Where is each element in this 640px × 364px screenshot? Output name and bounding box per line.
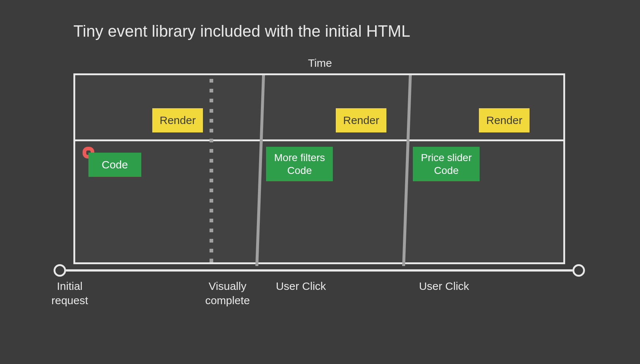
code-label: Code <box>287 165 312 176</box>
horizontal-divider <box>75 139 563 141</box>
axis-start-circle <box>54 264 66 277</box>
code-label: More filters <box>274 152 325 163</box>
user-click-marker-1 <box>255 75 265 266</box>
timeline-diagram: Render Render Render Code More filters C… <box>73 73 565 272</box>
initial-code-box: Code <box>88 153 141 177</box>
initial-request-label: Initial request <box>22 279 117 307</box>
diagram-title: Tiny event library included with the ini… <box>73 22 410 40</box>
initial-code-highlight: Code <box>83 147 94 159</box>
code-label: Price slider <box>421 152 472 163</box>
more-filters-code-box: More filters Code <box>266 147 333 181</box>
timeline-frame: Render Render Render Code More filters C… <box>73 73 565 264</box>
time-axis-label: Time <box>308 57 332 69</box>
visually-complete-marker <box>209 79 214 262</box>
time-axis <box>66 269 572 272</box>
price-slider-code-box: Price slider Code <box>413 147 480 181</box>
code-label: Code <box>434 165 459 176</box>
user-click-label-2: User Click <box>396 279 492 293</box>
render-box-3: Render <box>479 108 530 132</box>
render-box-1: Render <box>152 108 203 132</box>
render-box-2: Render <box>336 108 386 132</box>
axis-end-circle <box>572 264 585 277</box>
user-click-marker-2 <box>402 75 412 266</box>
user-click-label-1: User Click <box>253 279 349 293</box>
